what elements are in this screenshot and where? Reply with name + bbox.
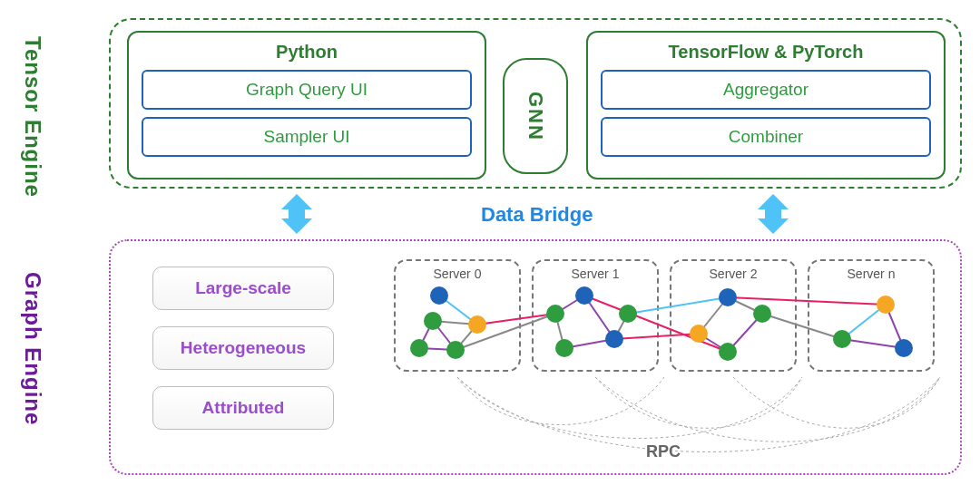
python-title: Python xyxy=(129,42,485,63)
tag-large-scale: Large-scale xyxy=(152,267,334,310)
graph-engine-label: Graph Engine xyxy=(20,272,45,425)
gnn-box: GNN xyxy=(503,58,568,174)
combiner-box: Combiner xyxy=(601,117,931,157)
server-0-title: Server 0 xyxy=(396,267,519,281)
server-n-box: Server n xyxy=(808,259,935,372)
server-1-box: Server 1 xyxy=(532,259,659,372)
server-0-box: Server 0 xyxy=(394,259,521,372)
sampler-ui-box: Sampler UI xyxy=(142,117,472,157)
bridge-arrow-left xyxy=(281,194,312,234)
tensor-engine-panel: Python Graph Query UI Sampler UI GNN Ten… xyxy=(109,18,962,189)
server-1-title: Server 1 xyxy=(534,267,657,281)
server-2-box: Server 2 xyxy=(670,259,797,372)
tag-heterogeneous: Heterogeneous xyxy=(152,326,334,370)
tensor-engine-label: Tensor Engine xyxy=(20,36,45,198)
gnn-label: GNN xyxy=(524,92,547,141)
graph-engine-panel: Large-scale Heterogeneous Attributed Ser… xyxy=(109,239,962,475)
server-n-title: Server n xyxy=(809,267,933,281)
python-block: Python Graph Query UI Sampler UI xyxy=(127,31,486,179)
aggregator-box: Aggregator xyxy=(601,70,931,110)
server-2-title: Server 2 xyxy=(671,267,795,281)
data-bridge-label: Data Bridge xyxy=(481,203,593,227)
tf-title: TensorFlow & PyTorch xyxy=(588,42,944,63)
tensorflow-pytorch-block: TensorFlow & PyTorch Aggregator Combiner xyxy=(586,31,946,179)
rpc-label: RPC xyxy=(646,442,681,461)
graph-query-ui-box: Graph Query UI xyxy=(142,70,472,110)
tag-attributed: Attributed xyxy=(152,386,334,430)
bridge-arrow-right xyxy=(758,194,789,234)
